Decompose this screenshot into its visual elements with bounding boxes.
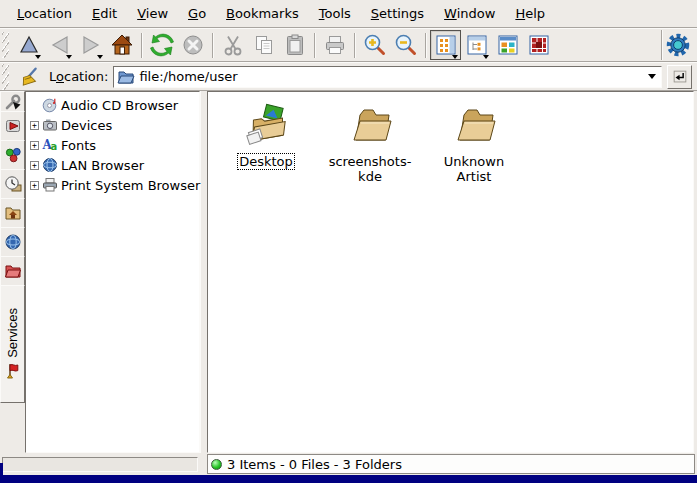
print-button[interactable] — [319, 30, 350, 60]
forward-dropdown-arrow[interactable] — [97, 55, 103, 59]
menu-edit[interactable]: Edit — [83, 3, 126, 24]
clock-history-icon — [4, 175, 22, 193]
copy-icon — [252, 33, 276, 57]
tree-expander[interactable]: + — [30, 141, 39, 150]
home-button[interactable] — [106, 30, 137, 60]
paste-icon — [283, 33, 307, 57]
configure-panel-button[interactable] — [0, 91, 25, 112]
toolbar-separator — [354, 33, 355, 58]
icon-view-dropdown-arrow[interactable] — [452, 55, 458, 59]
detailed-view-button[interactable] — [523, 30, 554, 60]
location-toolbar-grip[interactable] — [2, 64, 9, 90]
tree-expander[interactable]: + — [30, 121, 39, 130]
menu-help[interactable]: Help — [506, 3, 554, 24]
icon-view-button[interactable] — [430, 30, 461, 60]
location-combobox[interactable]: file:/home/user — [113, 66, 662, 88]
tree-item-label: Fonts — [61, 138, 96, 153]
main-toolbar — [0, 28, 697, 62]
file-icon-view[interactable]: Desktop screenshots-kde Unknown Artist — [207, 91, 694, 453]
reload-icon — [150, 33, 174, 57]
chevron-down-icon — [648, 74, 656, 79]
konqueror-throbber-button[interactable] — [661, 30, 693, 60]
red-folder-icon — [4, 262, 22, 280]
toolbar-separator — [425, 33, 426, 58]
toolbar-grip[interactable] — [2, 32, 9, 58]
tree-view-dropdown-arrow[interactable] — [483, 55, 489, 59]
toolbar-separator — [212, 33, 213, 58]
sidebar-tab-root-folder[interactable] — [0, 256, 25, 286]
up-button[interactable] — [13, 30, 44, 60]
reload-button[interactable] — [146, 30, 177, 60]
up-dropdown-arrow[interactable] — [35, 55, 41, 59]
forward-button[interactable] — [75, 30, 106, 60]
location-input[interactable]: file:/home/user — [139, 69, 640, 84]
icon-view-icon — [435, 34, 457, 56]
stop-button[interactable] — [177, 30, 208, 60]
services-tab-label: Services — [5, 308, 20, 358]
sidebar-tab-home-folder[interactable] — [0, 198, 25, 228]
red-flag-icon — [4, 362, 22, 380]
tree-item-fonts[interactable]: + A a Fonts — [26, 135, 199, 155]
cut-button[interactable] — [217, 30, 248, 60]
back-dropdown-arrow[interactable] — [66, 55, 72, 59]
menu-view[interactable]: View — [128, 3, 177, 24]
zoom-in-button[interactable] — [359, 30, 390, 60]
menu-go[interactable]: Go — [179, 3, 215, 24]
menu-tools[interactable]: Tools — [310, 3, 360, 24]
file-item-label: Unknown Artist — [426, 153, 522, 185]
tree-item-print-system-browser[interactable]: + Print System Browser — [26, 175, 199, 195]
svg-text:a: a — [51, 141, 58, 152]
statusbar-text: 3 Items - 0 Files - 3 Folders — [227, 457, 402, 472]
file-item-desktop[interactable]: Desktop — [218, 100, 314, 170]
file-item-label: Desktop — [237, 153, 295, 170]
audio-cd-icon — [42, 97, 58, 113]
clear-location-button[interactable] — [18, 65, 44, 89]
content-area: Services Audio CD Browser — [0, 91, 697, 453]
sidebar-tab-history[interactable] — [0, 169, 25, 199]
zoom-out-button[interactable] — [390, 30, 421, 60]
tree-expander[interactable]: + — [30, 161, 39, 170]
stop-icon — [181, 33, 205, 57]
detailed-view-icon — [528, 34, 550, 56]
services-tree-panel: Audio CD Browser + Devices + A a Fonts — [25, 91, 200, 453]
back-button[interactable] — [44, 30, 75, 60]
wrench-pointer-icon — [4, 93, 22, 111]
sidebar-tab-services[interactable]: Services — [0, 285, 25, 403]
toolbar-separator — [314, 33, 315, 58]
menu-bookmarks[interactable]: Bookmarks — [217, 3, 308, 24]
location-dropdown-button[interactable] — [644, 68, 660, 86]
clear-location-broom-icon — [20, 66, 42, 88]
menubar: Location Edit View Go Bookmarks Tools Se… — [0, 0, 697, 28]
toolbar-separator — [141, 33, 142, 58]
colored-balls-icon — [4, 146, 22, 164]
paste-button[interactable] — [279, 30, 310, 60]
print-icon — [323, 33, 347, 57]
tree-item-label: Print System Browser — [61, 178, 200, 193]
go-button[interactable] — [667, 65, 692, 89]
tree-expander[interactable]: + — [30, 181, 39, 190]
tree-item-label: LAN Browser — [61, 158, 144, 173]
menu-settings[interactable]: Settings — [362, 3, 433, 24]
location-toolbar: Location: file:/home/user — [0, 62, 697, 91]
desktop-folder-icon — [242, 100, 290, 148]
sidebar-tab-web[interactable] — [0, 140, 25, 170]
bottom-row: 3 Items - 0 Files - 3 Folders — [0, 453, 697, 475]
menu-window[interactable]: Window — [435, 3, 504, 24]
menu-location[interactable]: Location — [8, 3, 81, 24]
statusbar: 3 Items - 0 Files - 3 Folders — [207, 454, 695, 474]
printer-icon — [42, 177, 58, 193]
tree-item-devices[interactable]: + Devices — [26, 115, 199, 135]
tree-view-button[interactable] — [461, 30, 492, 60]
folder-icon — [346, 100, 394, 148]
cut-icon — [221, 33, 245, 57]
tree-item-label: Audio CD Browser — [61, 98, 178, 113]
panel-splitter[interactable] — [200, 91, 207, 453]
tree-item-lan-browser[interactable]: + LAN Browser — [26, 155, 199, 175]
tree-item-audio-cd-browser[interactable]: Audio CD Browser — [26, 95, 199, 115]
sidebar-tab-bookmarks[interactable] — [0, 111, 25, 141]
file-item-unknown-artist[interactable]: Unknown Artist — [426, 100, 522, 185]
multicolumn-view-button[interactable] — [492, 30, 523, 60]
file-item-screenshots-kde[interactable]: screenshots-kde — [322, 100, 418, 185]
sidebar-tab-network[interactable] — [0, 227, 25, 257]
copy-button[interactable] — [248, 30, 279, 60]
